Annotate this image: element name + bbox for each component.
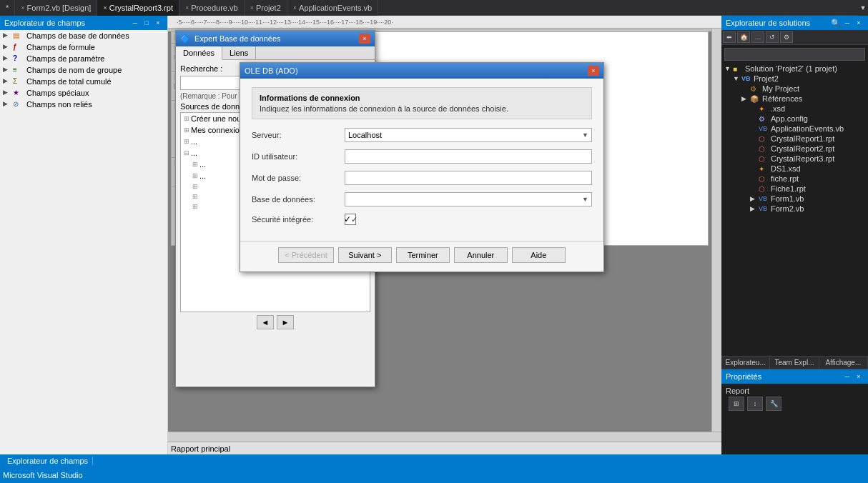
oledb-close-btn[interactable]: × — [588, 66, 599, 76]
fiche-icon: ⬡ — [759, 175, 769, 183]
expert-tab-donnees[interactable]: Données — [176, 46, 222, 60]
sol-item-appevents[interactable]: VB ApplicationEvents.vb — [721, 124, 868, 134]
horizontal-scrollbar[interactable] — [168, 432, 721, 442]
plus-icon-9: ⊞ — [192, 203, 198, 210]
field-explorer-title: Explorateur de champs — [4, 19, 85, 27]
report-status-label: Rapport principal — [171, 444, 230, 453]
tab-projet2[interactable]: × Projet2 — [245, 0, 287, 16]
expand-icon-param: ▶ — [3, 54, 11, 63]
tab-procedure[interactable]: × Procedure.vb — [179, 0, 245, 16]
vertical-scrollbar[interactable] — [711, 29, 721, 432]
sol-item-myproject[interactable]: ⚙ My Project — [721, 84, 868, 94]
sol-toolbar-btn1[interactable]: ⬅ — [723, 31, 736, 43]
field-item-db[interactable]: ▶ ▤ Champs de base de données — [0, 30, 167, 41]
cancel-button[interactable]: Annuler — [454, 247, 508, 263]
sol-myproject-label: My Project — [762, 84, 799, 93]
sol-item-form1[interactable]: ▶ VB Form1.vb — [721, 194, 868, 204]
database-label: Base de données: — [252, 195, 345, 204]
field-explorer-panel: Explorateur de champs ─ □ × ▶ ▤ Champs d… — [0, 16, 168, 454]
sol-xsd-root-label: .xsd — [771, 104, 785, 113]
oledb-title-bar: OLE DB (ADO) × — [240, 63, 603, 79]
sol-item-form2[interactable]: ▶ VB Form2.vb — [721, 204, 868, 214]
props-pin-btn[interactable]: ─ — [842, 372, 852, 382]
sol-expand-form1: ▶ — [750, 195, 759, 202]
props-btn-wrench[interactable]: 🔧 — [766, 397, 781, 411]
field-item-unlinked[interactable]: ▶ ⊘ Champs non reliés — [0, 99, 167, 110]
sol-item-cr2[interactable]: ⬡ CrystalReport2.rpt — [721, 144, 868, 154]
userid-input[interactable] — [345, 149, 592, 164]
properties-panel: Propriétés ─ × Report ⊞ ↕ 🔧 — [721, 369, 868, 454]
sol-cr3-label: CrystalReport3.rpt — [771, 154, 834, 163]
security-checkbox[interactable]: ✓ — [345, 214, 356, 225]
sol-item-cr3[interactable]: ⬡ CrystalReport3.rpt — [721, 154, 868, 164]
sol-toolbar-btn5[interactable]: ⚙ — [780, 31, 793, 43]
tab-crystalreport3[interactable]: × CrystalReport3.rpt — [97, 0, 179, 16]
formula-icon: ƒ — [13, 43, 24, 51]
bottom-item-1: Explorateur de champs — [3, 457, 93, 465]
oledb-info-title: Informations de connexion — [260, 94, 584, 102]
tab-application-events[interactable]: × ApplicationEvents.vb — [287, 0, 378, 16]
sol-item-projet2[interactable]: ▼ VB Projet2 — [721, 74, 868, 84]
sol-expand-form2: ▶ — [750, 205, 759, 212]
properties-content: Report ⊞ ↕ 🔧 — [721, 384, 868, 454]
password-input[interactable] — [345, 171, 592, 185]
solution-tree: ▼ ■ Solution 'Projet2' (1 projet) ▼ VB P… — [721, 45, 868, 356]
expert-nav-right[interactable]: ► — [277, 315, 294, 329]
security-row: Sécurité intégrée: ✓ — [252, 214, 592, 225]
plus-icon-5: ⊞ — [192, 161, 198, 168]
field-item-special[interactable]: ▶ ★ Champs spéciaux — [0, 87, 167, 99]
expert-tab-liens[interactable]: Liens — [222, 46, 256, 59]
sol-item-cr1[interactable]: ⬡ CrystalReport1.rpt — [721, 134, 868, 144]
oledb-info-text: Indiquez les informations de connexion à… — [260, 104, 584, 113]
sol-search-input[interactable] — [724, 48, 865, 61]
tab-affichage[interactable]: Affichage... — [819, 357, 868, 369]
expert-close-btn[interactable]: × — [359, 34, 370, 44]
tab-explorateur[interactable]: Explorateu... — [721, 357, 770, 369]
tab-team-expl[interactable]: Team Expl... — [770, 357, 819, 369]
tab-overflow-btn[interactable]: ▼ — [858, 0, 868, 16]
sol-search-btn[interactable]: 🔍 — [831, 18, 841, 28]
sol-toolbar-btn4[interactable]: ↺ — [766, 31, 779, 43]
close-panel-btn[interactable]: × — [153, 18, 163, 28]
expand-icon-group: ▶ — [3, 66, 11, 74]
minimize-btn[interactable]: □ — [142, 18, 152, 28]
pin-btn[interactable]: ─ — [130, 18, 140, 28]
properties-header: Propriétés ─ × — [721, 369, 868, 384]
field-item-sum[interactable]: ▶ Σ Champs de total cumulé — [0, 76, 167, 87]
props-btn-grid[interactable]: ⊞ — [729, 397, 744, 411]
sol-item-app-config[interactable]: ⚙ App.config — [721, 114, 868, 124]
sol-item-fiche[interactable]: ⬡ fiche.rpt — [721, 174, 868, 184]
database-select[interactable]: ▼ — [345, 192, 592, 206]
finish-button[interactable]: Terminer — [396, 247, 450, 263]
server-select[interactable]: Localhost ▼ — [345, 128, 592, 142]
plus-icon-1: ⊞ — [184, 115, 189, 122]
expert-nav-left[interactable]: ◄ — [257, 315, 274, 329]
sol-solution-label: Solution 'Projet2' (1 projet) — [745, 64, 837, 73]
field-item-formula[interactable]: ▶ ƒ Champs de formule — [0, 41, 167, 53]
sol-item-solution[interactable]: ▼ ■ Solution 'Projet2' (1 projet) — [721, 64, 868, 74]
props-btn-sort[interactable]: ↕ — [747, 397, 763, 411]
sol-item-xsd-root[interactable]: ✦ .xsd — [721, 104, 868, 114]
sol-toolbar-btn2[interactable]: 🏠 — [737, 31, 750, 43]
properties-toolbar: ⊞ ↕ 🔧 — [726, 395, 864, 412]
expert-icon: 🔷 — [180, 34, 190, 43]
tab-asterisk[interactable]: * — [0, 0, 15, 16]
expert-nav: ◄ ► — [180, 315, 370, 329]
sol-item-references[interactable]: ▶ 📦 Références — [721, 94, 868, 104]
oledb-buttons: < Précédent Suivant > Terminer Annuler A… — [240, 241, 603, 272]
sol-item-fiche1[interactable]: ⬡ Fiche1.rpt — [721, 184, 868, 194]
ruler: ·5·····6·····7·····8·····9·····10····11·… — [168, 16, 721, 29]
field-item-param[interactable]: ▶ ? Champs de paramètre — [0, 53, 167, 64]
help-button[interactable]: Aide — [512, 247, 566, 263]
next-button[interactable]: Suivant > — [338, 247, 392, 263]
sol-form1-label: Form1.vb — [771, 194, 804, 203]
sol-toolbar-btn3[interactable]: … — [751, 31, 764, 43]
sol-close-btn[interactable]: × — [854, 18, 864, 28]
solution-explorer-section: Explorateur de solutions 🔍 ─ × ⬅ 🏠 … ↺ ⚙ — [721, 16, 868, 369]
prev-button[interactable]: < Précédent — [278, 247, 334, 263]
tab-form2vb-design[interactable]: × Form2.vb [Design] — [15, 0, 97, 16]
field-item-group[interactable]: ▶ ≡ Champs de nom de groupe — [0, 64, 167, 76]
sol-item-ds1xsd[interactable]: ✦ DS1.xsd — [721, 164, 868, 174]
sol-pin-btn[interactable]: ─ — [842, 18, 852, 28]
props-close-btn[interactable]: × — [854, 372, 864, 382]
